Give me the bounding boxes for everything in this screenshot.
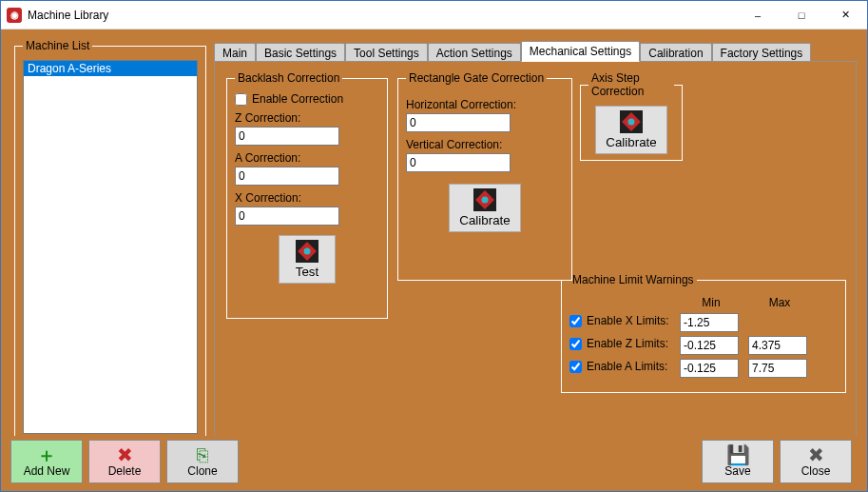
clone-icon: ⎘	[197, 445, 208, 464]
minimize-button[interactable]: –	[736, 1, 780, 29]
machine-list-group: Machine List Dragon A-Series	[14, 39, 206, 443]
titlebar: ◉ Machine Library – □ ✕	[1, 1, 867, 30]
close-icon: ✖	[808, 445, 824, 464]
enable-x-limits-row: Enable X Limits:	[569, 314, 674, 327]
enable-x-limits-label: Enable X Limits:	[587, 314, 669, 327]
bottom-toolbar: ＋ Add New ✖ Delete ⎘ Clone 💾 Save ✖ Clos…	[1, 436, 867, 491]
backlash-group: Backlash Correction Enable Correction Z …	[226, 71, 388, 319]
calibrate-icon	[296, 240, 318, 263]
vertical-correction-input[interactable]	[406, 153, 511, 172]
close-window-button[interactable]: ✕	[823, 1, 867, 29]
window: ◉ Machine Library – □ ✕ Machine List Dra…	[0, 0, 868, 492]
tab-basic-settings[interactable]: Basic Settings	[256, 43, 345, 63]
clone-button[interactable]: ⎘ Clone	[166, 440, 239, 483]
horizontal-correction-input[interactable]	[406, 113, 511, 132]
delete-label: Delete	[108, 464, 142, 478]
tabstrip: Main Basic Settings Tool Settings Action…	[214, 41, 811, 62]
save-label: Save	[724, 464, 750, 478]
tab-panel-mechanical: Backlash Correction Enable Correction Z …	[214, 61, 857, 442]
a-limit-max-input[interactable]	[748, 359, 807, 378]
enable-correction-checkbox[interactable]	[235, 93, 247, 106]
save-icon: 💾	[726, 445, 750, 464]
enable-a-limits-label: Enable A Limits:	[587, 360, 667, 373]
enable-z-limits-row: Enable Z Limits:	[569, 337, 674, 350]
x-correction-input[interactable]	[235, 207, 339, 226]
axis-step-calibrate-label: Calibrate	[606, 135, 656, 149]
z-correction-label: Z Correction:	[235, 111, 379, 125]
z-correction-input[interactable]	[235, 127, 339, 146]
enable-z-limits-label: Enable Z Limits:	[587, 337, 668, 350]
limits-group: Machine Limit Warnings Min Max Enable X …	[561, 273, 846, 393]
client-area: Machine List Dragon A-Series Main Basic …	[1, 30, 867, 491]
axis-step-group: Axis Step Correction Calibrate	[580, 71, 683, 161]
backlash-test-button[interactable]: Test	[279, 235, 336, 284]
backlash-test-label: Test	[296, 265, 318, 279]
rect-gate-legend: Rectangle Gate Correction	[406, 71, 547, 85]
window-controls: – □ ✕	[736, 1, 867, 29]
close-label: Close	[801, 464, 831, 478]
enable-correction-label: Enable Correction	[252, 92, 343, 106]
add-new-label: Add New	[24, 464, 70, 478]
tab-main[interactable]: Main	[214, 43, 256, 63]
vertical-correction-label: Vertical Correction:	[406, 138, 564, 151]
machine-list-legend: Machine List	[23, 39, 92, 52]
z-limit-max-input[interactable]	[748, 336, 807, 355]
a-correction-input[interactable]	[235, 167, 339, 186]
enable-a-limits-checkbox[interactable]	[569, 361, 582, 373]
calibrate-icon	[620, 110, 643, 133]
window-title: Machine Library	[28, 9, 736, 22]
axis-step-legend: Axis Step Correction	[588, 71, 674, 98]
tab-mechanical-settings[interactable]: Mechanical Settings	[521, 41, 640, 62]
rect-gate-calibrate-button[interactable]: Calibrate	[449, 184, 520, 232]
tab-tool-settings[interactable]: Tool Settings	[345, 43, 428, 63]
axis-step-calibrate-button[interactable]: Calibrate	[595, 106, 666, 154]
plus-icon: ＋	[37, 445, 56, 464]
a-limit-min-input[interactable]	[680, 359, 739, 378]
limits-min-header: Min	[680, 296, 743, 309]
tab-calibration[interactable]: Calibration	[640, 43, 711, 63]
maximize-button[interactable]: □	[780, 1, 823, 29]
enable-z-limits-checkbox[interactable]	[569, 338, 582, 350]
horizontal-correction-label: Horizontal Correction:	[406, 98, 564, 111]
machine-list[interactable]: Dragon A-Series	[23, 60, 198, 434]
backlash-legend: Backlash Correction	[235, 71, 342, 85]
clone-label: Clone	[187, 464, 217, 478]
tab-action-settings[interactable]: Action Settings	[428, 43, 521, 63]
enable-a-limits-row: Enable A Limits:	[569, 360, 674, 373]
delete-icon: ✖	[117, 445, 133, 464]
rect-gate-group: Rectangle Gate Correction Horizontal Cor…	[397, 71, 572, 281]
machine-list-item[interactable]: Dragon A-Series	[24, 61, 197, 76]
enable-x-limits-checkbox[interactable]	[569, 315, 582, 327]
delete-button[interactable]: ✖ Delete	[88, 440, 161, 483]
rect-gate-calibrate-label: Calibrate	[459, 213, 510, 227]
limits-legend: Machine Limit Warnings	[569, 273, 697, 286]
tab-factory-settings[interactable]: Factory Settings	[712, 43, 812, 63]
add-new-button[interactable]: ＋ Add New	[10, 440, 83, 483]
limits-max-header: Max	[748, 296, 811, 309]
close-button[interactable]: ✖ Close	[780, 440, 852, 483]
x-limit-min-input[interactable]	[680, 313, 739, 332]
calibrate-icon	[473, 188, 496, 211]
z-limit-min-input[interactable]	[680, 336, 739, 355]
a-correction-label: A Correction:	[235, 151, 379, 165]
x-correction-label: X Correction:	[235, 191, 379, 205]
save-button[interactable]: 💾 Save	[702, 440, 774, 483]
app-icon: ◉	[7, 8, 22, 23]
